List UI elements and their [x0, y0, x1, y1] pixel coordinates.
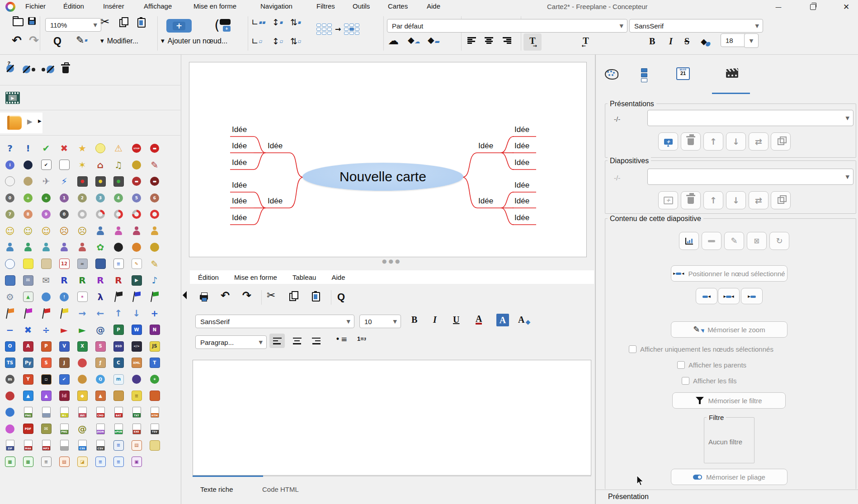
memorize-filter-button[interactable]: Mémoriser le filtre [672, 392, 786, 409]
file-html-icon[interactable]: HTM [146, 405, 163, 420]
paste-button[interactable] [137, 18, 146, 28]
map-node-idea[interactable]: Idée [232, 181, 259, 190]
yes-icon[interactable]: ✔ [38, 141, 55, 156]
minimize-button[interactable]: — [768, 1, 788, 13]
lambda-icon[interactable]: λ [92, 289, 109, 305]
open-map-button[interactable] [13, 18, 24, 26]
quicktime-icon[interactable]: Q [92, 372, 109, 387]
number-0-icon[interactable]: 0 [1, 190, 19, 206]
home-icon[interactable]: ⌂ [92, 157, 109, 173]
align-left-button[interactable] [467, 37, 476, 44]
number-2-icon[interactable]: 2 [74, 190, 91, 206]
file-png2-icon[interactable]: PNG [56, 421, 73, 437]
internet-icon[interactable] [38, 289, 55, 305]
smiley-sad-icon[interactable]: ☹ [74, 223, 91, 239]
bold-button[interactable]: B [649, 36, 655, 47]
traffic-red-icon[interactable]: ● [74, 174, 91, 189]
editor-menu-tableau[interactable]: Tableau [292, 273, 316, 281]
new-presentation-button[interactable]: + [658, 132, 678, 151]
file-txt-icon[interactable]: TXT [128, 405, 145, 420]
number-4-icon[interactable]: 4 [110, 190, 127, 206]
refresh-selection-button[interactable]: ↻ [769, 232, 789, 250]
script-icon[interactable]: ƒ [92, 355, 109, 371]
male2-icon[interactable] [19, 240, 37, 255]
editor-highlight-button[interactable]: A [496, 314, 509, 326]
editor-align-left-button[interactable] [269, 334, 285, 348]
multiplication-icon[interactable]: ✖ [19, 322, 37, 338]
flower-icon[interactable]: ✿ [92, 240, 109, 255]
odg-draw-icon[interactable]: ◪ [74, 454, 91, 470]
terminal-icon[interactable]: ▫ [38, 372, 55, 387]
at-olive-icon[interactable]: @ [74, 421, 91, 437]
rtl-text-button[interactable]: T← [577, 33, 595, 51]
java-icon[interactable]: J [56, 355, 73, 371]
globe-icon[interactable] [1, 405, 19, 420]
xml-icon[interactable]: XML [128, 355, 145, 371]
division-icon[interactable]: ÷ [38, 322, 55, 338]
file-zip-icon[interactable]: ZIP [1, 438, 19, 453]
list-icon[interactable]: ≡ [110, 256, 127, 272]
typescript-icon[interactable]: TS [1, 355, 19, 371]
editor-font-select[interactable]: SansSerif ▼ [195, 315, 354, 328]
map-node-idea[interactable]: Idée [268, 141, 295, 151]
presentation-section-header[interactable]: Présentation [608, 493, 649, 501]
menu-aide[interactable]: Aide [427, 2, 440, 10]
ms-word-icon[interactable]: W [128, 322, 145, 338]
small-arrow-icon[interactable]: ▶ [38, 119, 42, 123]
odf-text-icon[interactable]: ≡ [110, 438, 127, 453]
eclipse-icon[interactable] [128, 372, 145, 387]
number-8-icon[interactable]: 8 [19, 207, 37, 222]
progress-50-icon[interactable] [110, 207, 127, 222]
attach-icon[interactable]: ≈ [74, 256, 91, 272]
visio-icon[interactable]: V [56, 339, 73, 354]
affinity-photo-icon[interactable]: ▲ [38, 388, 55, 404]
video-icon[interactable]: ▶ [128, 273, 145, 288]
editor-paste-button[interactable] [312, 292, 320, 301]
arrow-down-icon[interactable]: ↓ [128, 306, 145, 321]
progress-25-icon[interactable] [92, 207, 109, 222]
help-icon[interactable]: ? [1, 141, 19, 156]
add-child-node-button[interactable]: ( + [209, 16, 236, 34]
ms-project-icon[interactable]: P [110, 322, 127, 338]
odp-presentation-icon[interactable]: ▤ [56, 454, 73, 470]
search-button[interactable]: Q [53, 35, 61, 47]
editor-tab-code-html[interactable]: Code HTML [262, 485, 299, 493]
odf-presentation-icon[interactable]: ▤ [128, 438, 145, 453]
play-green-icon[interactable]: ► [74, 322, 91, 338]
file-markdown-icon[interactable]: M↓ [56, 405, 73, 420]
font-family-select[interactable]: SansSerif ▼ [629, 19, 763, 33]
number-0-dark-icon[interactable]: 0 [56, 207, 73, 222]
editor-numbered-list-button[interactable]: 1≡3 [357, 335, 366, 342]
remove-dark-icon[interactable]: ▬ [146, 174, 163, 189]
node-down-button[interactable]: ⇅▫ [290, 37, 301, 46]
calendar-icon[interactable]: 12 [56, 256, 73, 272]
editor-redo-button[interactable]: ↷ [242, 290, 251, 301]
odf-graphics-icon[interactable] [146, 438, 163, 453]
flag-blue-icon[interactable] [128, 289, 145, 305]
magic-wand-icon[interactable]: ✶ [74, 157, 91, 173]
arrow-up-icon[interactable]: ↑ [110, 306, 127, 321]
menu-affichage[interactable]: Affichage [144, 2, 172, 10]
file-exe-icon[interactable]: EXE [128, 421, 145, 437]
striped-icon[interactable] [146, 388, 163, 404]
incense-icon[interactable] [74, 372, 91, 387]
swap-slide-button[interactable]: ⇄ [749, 191, 768, 209]
edit-note-icon[interactable]: ✎ [128, 256, 145, 272]
traffic-green-icon[interactable]: ● [110, 174, 127, 189]
apply-layout-icon[interactable]: → [316, 24, 359, 35]
editor-paragraph-select[interactable]: Paragrap... ▼ [195, 335, 267, 349]
editor-bold-button[interactable]: B [411, 315, 417, 325]
file-m4a-icon[interactable]: M4A [19, 438, 37, 453]
excel-icon[interactable]: X [74, 339, 91, 354]
folder-icon[interactable] [1, 273, 19, 288]
select-nodes-button[interactable] [679, 232, 699, 250]
flag-black-icon[interactable] [110, 289, 127, 305]
odb-database-icon[interactable]: ▣ [128, 454, 145, 470]
map-root-node[interactable]: Nouvelle carte [302, 163, 463, 191]
move-slide-up-button[interactable]: ↑ [703, 191, 723, 209]
smiley-oh-icon[interactable]: ☺ [38, 223, 55, 239]
expand-arrow-icon[interactable]: ▶ [27, 118, 33, 125]
checked-icon[interactable]: ✔ [38, 157, 55, 173]
menu-fichier[interactable]: Fichier [25, 2, 46, 10]
zoom-select[interactable]: 110% ▼ [45, 18, 101, 32]
